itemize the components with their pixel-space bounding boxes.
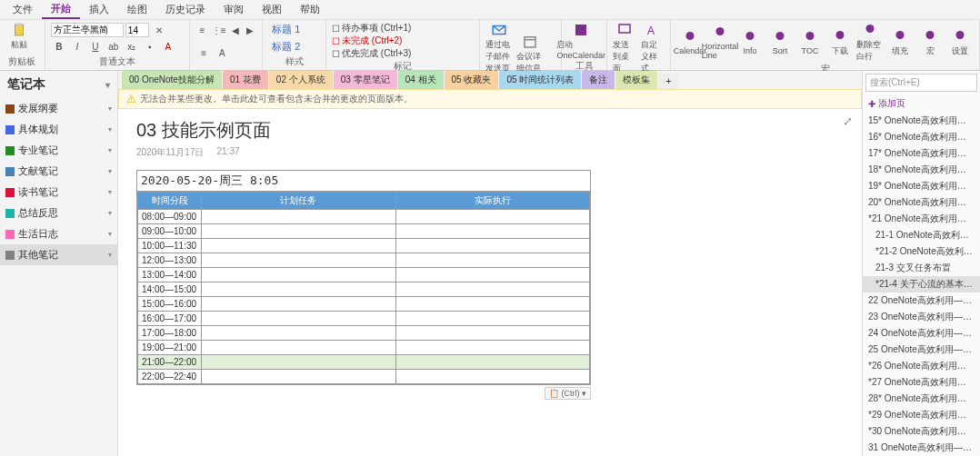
- numbering-button[interactable]: ⋮≡: [211, 22, 227, 38]
- strike-button[interactable]: ab: [105, 39, 122, 55]
- section-tab[interactable]: 01 花费: [223, 71, 268, 89]
- meeting-button[interactable]: 会议详细信息: [516, 34, 544, 74]
- table-row[interactable]: 10:00—11:30: [138, 239, 590, 253]
- page-list-item[interactable]: 19* OneNote高效利用—日规划基本: [863, 178, 980, 194]
- sub-button[interactable]: x₂: [124, 39, 140, 55]
- indent-button[interactable]: ▶: [244, 22, 256, 38]
- custom-style-button[interactable]: A自定义样式: [641, 22, 665, 74]
- table-row[interactable]: 17:00—18:00: [138, 326, 590, 341]
- heading1-style[interactable]: 标题 1: [268, 22, 320, 37]
- a-button[interactable]: A: [214, 45, 230, 62]
- italic-button[interactable]: I: [69, 39, 85, 55]
- onecalendar-button[interactable]: 启动 OneCalendar: [567, 22, 595, 60]
- page-list-item[interactable]: 24 OneNote高效利用—日规划的医时: [863, 325, 980, 342]
- menu-tab-2[interactable]: 插入: [80, 1, 118, 18]
- notebook-item[interactable]: 具体规划▾: [0, 119, 117, 140]
- macro-3[interactable]: Sort: [766, 29, 794, 55]
- notebook-item[interactable]: 生活日志▾: [0, 223, 117, 244]
- bold-button[interactable]: B: [51, 39, 67, 55]
- page-list-item[interactable]: 23 OneNote高效利用—日规划基本描: [863, 309, 980, 325]
- macro-8[interactable]: 宏: [916, 28, 944, 57]
- page-list-item[interactable]: *30 OneNote高效利用—怎么制定年: [863, 423, 980, 440]
- notebook-item[interactable]: 总结反思▾: [0, 203, 117, 223]
- table-row[interactable]: 19:00—21:00: [138, 341, 590, 355]
- search-input[interactable]: 搜索(Ctrl+E): [865, 74, 977, 92]
- clear-format-icon[interactable]: ✕: [151, 22, 167, 38]
- priority-tag[interactable]: ☐ 优先完成 (Ctrl+3): [332, 47, 474, 60]
- section-tab[interactable]: 备注: [582, 71, 615, 89]
- font-family-select[interactable]: [51, 23, 124, 37]
- table-row[interactable]: 13:00—14:00: [138, 268, 590, 283]
- macro-4[interactable]: TOC: [796, 29, 824, 55]
- bullets-button[interactable]: ≡: [195, 22, 208, 38]
- table-row[interactable]: 22:00—22:40: [138, 370, 590, 384]
- paste-options-button[interactable]: 📋 (Ctrl) ▾: [545, 387, 591, 400]
- underline-button[interactable]: U: [87, 39, 104, 55]
- page-list-item[interactable]: 25 OneNote高效利用—打卡真的有效: [863, 342, 980, 358]
- warning-bar[interactable]: ⚠ 无法合并某些更改。单击此处可查看包含未合并的更改的页面版本。: [118, 89, 862, 109]
- macro-0[interactable]: Calendar: [676, 29, 704, 55]
- send-desktop-button[interactable]: 发送到桌面: [613, 22, 637, 74]
- notebook-item[interactable]: 发展纲要▾: [0, 98, 117, 119]
- page-list-item[interactable]: 20* OneNote高效利用—日规划模板: [863, 194, 980, 211]
- page-list-item[interactable]: *21-2 OneNote高效利用—实在想: [863, 243, 980, 260]
- section-tab[interactable]: 05 收藏夹: [445, 71, 499, 89]
- macro-2[interactable]: Info: [736, 29, 764, 55]
- section-tab[interactable]: 00 OneNote技能分解: [122, 71, 222, 89]
- table-row[interactable]: 14:00—15:00: [138, 283, 590, 297]
- page-canvas[interactable]: ⤢ 03 技能示例页面 2020年11月17日 21:37 2020-05-20…: [118, 109, 862, 456]
- table-row[interactable]: 21:00—22:00: [138, 355, 590, 370]
- align-button[interactable]: ≡: [195, 45, 212, 62]
- menu-tab-5[interactable]: 审阅: [215, 1, 253, 18]
- menu-tab-6[interactable]: 视图: [253, 1, 291, 18]
- page-list-item[interactable]: 17* OneNote高效利用—日规划基本: [863, 145, 980, 162]
- section-tab[interactable]: 03 零星笔记: [334, 71, 397, 89]
- page-list-item[interactable]: 16* OneNote高效利用—日规划基本: [863, 129, 980, 145]
- page-list-item[interactable]: 21-1 OneNote高效利用—等间距键: [863, 227, 980, 243]
- notebook-item[interactable]: 读书笔记▾: [0, 182, 117, 203]
- fullscreen-icon[interactable]: ⤢: [843, 114, 853, 128]
- table-row[interactable]: 16:00—17:00: [138, 312, 590, 326]
- page-list-item[interactable]: 31 OneNote高效利用—月规划怎么制: [863, 440, 980, 456]
- page-list-item[interactable]: *21-4 关于心流的基本意义: [863, 276, 980, 292]
- page-title[interactable]: 03 技能示例页面: [136, 118, 844, 143]
- macro-7[interactable]: 填充: [886, 28, 914, 57]
- macro-5[interactable]: 下载: [826, 28, 854, 57]
- page-list-item[interactable]: *21 OneNote高效利用—5min原则: [863, 211, 980, 227]
- page-list-item[interactable]: *26 OneNote高效利用—日规划基本: [863, 358, 980, 374]
- notebook-item[interactable]: 专业笔记▾: [0, 140, 117, 161]
- notebook-item[interactable]: 其他笔记▾: [0, 244, 117, 265]
- menu-tab-1[interactable]: 开始: [42, 0, 80, 19]
- page-list-item[interactable]: 15* OneNote高效利用—日规划基本: [863, 113, 980, 129]
- font-color-button[interactable]: A: [160, 39, 176, 55]
- section-tab[interactable]: 05 时间统计列表: [499, 71, 581, 89]
- section-tab[interactable]: 02 个人系统: [269, 71, 333, 89]
- pin-icon[interactable]: ▾: [105, 80, 110, 90]
- table-title[interactable]: 2020-05-20-周三 8:05: [137, 171, 590, 192]
- table-row[interactable]: 15:00—16:00: [138, 297, 590, 312]
- notebook-item[interactable]: 文献笔记▾: [0, 161, 117, 182]
- menu-tab-7[interactable]: 帮助: [291, 1, 329, 18]
- section-tab[interactable]: 04 相关: [398, 71, 444, 89]
- macro-1[interactable]: Horizontal Line: [706, 25, 734, 60]
- table-row[interactable]: 09:00—10:00: [138, 224, 590, 239]
- page-list-item[interactable]: *29 OneNote高效利用—关于日程规: [863, 407, 980, 423]
- macro-6[interactable]: 删除空白行: [856, 22, 884, 63]
- schedule-table[interactable]: 时间分段计划任务实际执行 08:00—09:0009:00—10:0010:00…: [137, 192, 590, 384]
- page-list-item[interactable]: 22 OneNote高效利用—日规划基本描: [863, 292, 980, 309]
- table-row[interactable]: 08:00—09:00: [138, 210, 590, 224]
- menu-tab-4[interactable]: 历史记录: [156, 1, 215, 18]
- page-list-item[interactable]: 28* OneNote高效利用—什么是事项: [863, 391, 980, 407]
- menu-tab-0[interactable]: 文件: [4, 1, 42, 18]
- page-list-item[interactable]: 21-3 交叉任务布置: [863, 260, 980, 276]
- todo-tag[interactable]: ☐ 待办事项 (Ctrl+1): [332, 22, 474, 35]
- heading2-style[interactable]: 标题 2: [268, 39, 320, 55]
- section-tab[interactable]: 模板集: [615, 71, 657, 89]
- menu-tab-3[interactable]: 绘图: [118, 1, 156, 18]
- table-row[interactable]: 12:00—13:00: [138, 253, 590, 268]
- highlight-button[interactable]: ▪: [142, 39, 158, 55]
- paste-button[interactable]: 粘贴: [5, 22, 33, 51]
- outdent-button[interactable]: ◀: [229, 22, 242, 38]
- font-size-select[interactable]: [125, 23, 149, 37]
- add-page-button[interactable]: ✚ 添加页: [863, 94, 980, 113]
